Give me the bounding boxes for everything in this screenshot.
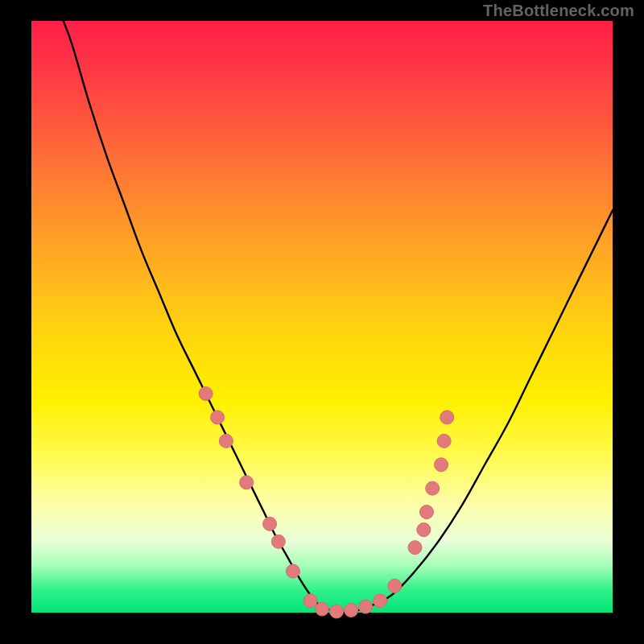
curve-path (64, 21, 613, 613)
chart-stage: TheBottleneck.com (0, 0, 644, 644)
data-markers (199, 387, 454, 618)
data-marker (388, 579, 402, 592)
data-marker (240, 476, 254, 489)
watermark-text: TheBottleneck.com (483, 2, 634, 20)
data-marker (345, 604, 358, 617)
data-marker (330, 605, 344, 618)
data-marker (286, 564, 299, 578)
data-marker (303, 594, 317, 608)
data-marker (419, 506, 433, 519)
data-marker (374, 594, 387, 608)
data-marker (426, 481, 440, 495)
data-marker (435, 458, 448, 472)
data-marker (316, 602, 329, 616)
data-marker (437, 434, 451, 448)
data-marker (440, 411, 454, 424)
data-marker (263, 517, 277, 530)
bottleneck-curve (64, 21, 613, 613)
data-marker (408, 541, 422, 555)
data-marker (359, 600, 373, 613)
data-marker (219, 434, 233, 448)
data-marker (211, 411, 225, 424)
data-marker (417, 523, 431, 537)
chart-svg-layer (0, 0, 644, 644)
data-marker (271, 535, 285, 548)
data-marker (199, 387, 213, 401)
